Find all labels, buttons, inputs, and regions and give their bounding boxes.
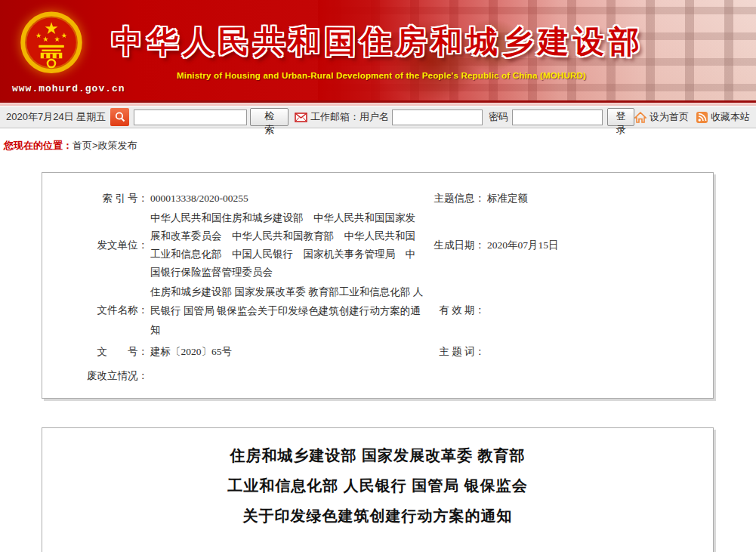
svg-text:★: ★ [35, 31, 42, 39]
site-subtitle-english: Ministry of Housing and Urban-Rural Deve… [136, 71, 627, 80]
generate-date-value: 2020年07月15日 [485, 236, 713, 254]
document-title-line: 工业和信息化部 人民银行 国管局 银保监会 [42, 470, 713, 501]
rss-icon [696, 112, 708, 123]
search-submit-button[interactable]: 检 索 [250, 108, 289, 126]
site-url: www.mohurd.gov.cn [12, 83, 148, 94]
site-title: 中华人民共和国住房和城乡建设部 [112, 21, 671, 63]
bookmark-site-link[interactable]: 收藏本站 [711, 110, 750, 124]
document-title-line: 住房和城乡建设部 国家发展改革委 教育部 [42, 440, 713, 470]
document-title: 住房和城乡建设部 国家发展改革委 教育部 工业和信息化部 人民银行 国管局 银保… [42, 440, 713, 531]
meta-row-docname: 文件名称： 住房和城乡建设部 国家发展改革委 教育部工业和信息化部 人民银行 国… [42, 282, 713, 339]
index-number-value: 000013338/2020-00255 [148, 190, 424, 208]
meta-row-index: 索 引 号： 000013338/2020-00255 主题信息： 标准定额 [42, 188, 713, 209]
china-national-emblem-icon: ★ ★ ★ ★ ★ [20, 9, 83, 79]
generate-date-label: 生成日期： [424, 239, 485, 252]
meta-row-docnum: 文 号： 建标〔2020〕65号 主 题 词： [42, 339, 713, 365]
meta-row-status: 废改立情况： [42, 365, 713, 387]
current-date: 2020年7月24日 星期五 [6, 110, 106, 124]
document-number-value: 建标〔2020〕65号 [148, 343, 424, 361]
breadcrumb-path[interactable]: 首页>政策发布 [73, 140, 137, 151]
topic-info-value: 标准定额 [485, 190, 713, 208]
svg-text:★: ★ [61, 31, 67, 39]
document-name-label: 文件名称： [42, 304, 148, 317]
breadcrumb-prefix: 您现在的位置： [4, 140, 73, 151]
set-homepage-link[interactable]: 设为首页 [650, 110, 689, 124]
issuing-unit-value: 中华人民共和国住房和城乡建设部 中华人民共和国国家发展和改革委员会 中华人民共和… [148, 209, 424, 282]
svg-text:★: ★ [42, 35, 48, 43]
search-icon-button[interactable] [110, 108, 129, 126]
password-input[interactable] [512, 109, 603, 125]
meta-row-issuer: 发文单位： 中华人民共和国住房和城乡建设部 中华人民共和国国家发展和改革委员会 … [42, 209, 713, 282]
document-number-label: 文 号： [42, 345, 148, 359]
toolbar: 2020年7月24日 星期五 检 索 工作邮箱：用户名 密码 登录 设为首页 [0, 106, 756, 128]
topic-info-label: 主题信息： [424, 192, 485, 205]
document-name-value: 住房和城乡建设部 国家发展改革委 教育部工业和信息化部 人民银行 国管局 银保监… [148, 282, 424, 339]
validity-label: 有 效 期： [424, 304, 485, 317]
index-number-label: 索 引 号： [42, 192, 148, 205]
document-body-box: 住房和城乡建设部 国家发展改革委 教育部 工业和信息化部 人民银行 国管局 银保… [42, 427, 714, 552]
username-input[interactable] [392, 109, 483, 125]
envelope-icon [295, 113, 307, 122]
home-icon [634, 112, 646, 123]
document-title-line: 关于印发绿色建筑创建行动方案的通知 [42, 501, 713, 531]
work-mail-username-label: 工作邮箱：用户名 [310, 110, 389, 124]
magnifier-icon [114, 111, 126, 123]
document-metadata-box: 索 引 号： 000013338/2020-00255 主题信息： 标准定额 发… [42, 172, 714, 399]
search-input[interactable] [134, 109, 247, 125]
password-label: 密码 [489, 110, 508, 124]
breadcrumb: 您现在的位置：首页>政策发布 [4, 139, 137, 153]
login-button[interactable]: 登录 [607, 108, 634, 126]
issuing-unit-label: 发文单位： [42, 239, 148, 252]
site-header: ★ ★ ★ ★ ★ www.mohurd.gov.cn 中华人民共和国住房和城乡… [0, 0, 756, 100]
svg-text:★: ★ [54, 35, 60, 43]
repeal-status-label: 废改立情况： [42, 369, 148, 383]
keyword-label: 主 题 词： [424, 345, 485, 359]
